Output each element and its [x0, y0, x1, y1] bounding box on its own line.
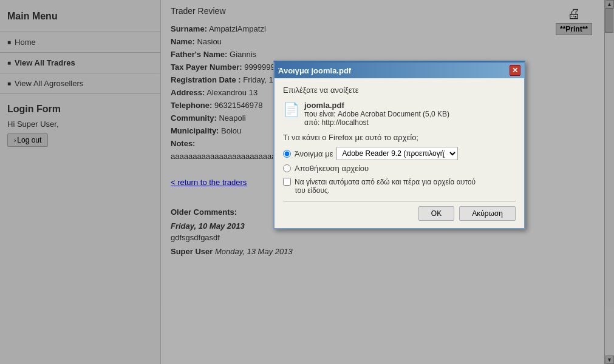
firefox-prompt: Τι να κάνει ο Firefox με αυτό το αρχείο; — [283, 133, 516, 142]
save-file-row: Αποθήκευση αρχείου — [283, 164, 516, 173]
pdf-info-section: 📄 joomla.pdf που είναι: Adobe Acrobat Do… — [283, 101, 516, 127]
open-with-select[interactable]: Adobe Reader 9.2 (προεπιλογή) — [336, 147, 458, 160]
save-file-label: Αποθήκευση αρχείου — [295, 164, 369, 173]
modal-buttons: OK Ακύρωση — [283, 206, 516, 221]
pdf-icon: 📄 — [283, 102, 299, 118]
modal-overlay: Άνοιγμα joomla.pdf ✕ Επιλέξατε να ανοίξε… — [0, 0, 614, 364]
auto-checkbox-row: Να γίνεται αυτόματα από εδώ και πέρα για… — [283, 178, 516, 195]
open-with-radio[interactable] — [283, 150, 291, 158]
auto-checkbox[interactable] — [283, 178, 291, 186]
auto-checkbox-label: Να γίνεται αυτόματα από εδώ και πέρα για… — [295, 178, 483, 195]
open-with-label: Άνοιγμα με — [295, 149, 333, 158]
open-with-row: Άνοιγμα με Adobe Reader 9.2 (προεπιλογή) — [283, 147, 516, 160]
cancel-button[interactable]: Ακύρωση — [459, 206, 516, 221]
pdf-from-label: από: — [304, 118, 319, 127]
pdf-details: joomla.pdf που είναι: Adobe Acrobat Docu… — [304, 101, 449, 127]
modal-titlebar: Άνοιγμα joomla.pdf ✕ — [275, 62, 524, 78]
pdf-source-label: που είναι: — [304, 110, 336, 118]
modal-title: Άνοιγμα joomla.pdf — [278, 66, 351, 75]
pdf-from-row: από: http://localhost — [304, 118, 449, 127]
open-file-dialog: Άνοιγμα joomla.pdf ✕ Επιλέξατε να ανοίξε… — [273, 61, 525, 229]
ok-button[interactable]: OK — [418, 206, 454, 221]
pdf-filename: joomla.pdf — [304, 101, 449, 110]
modal-divider — [283, 201, 516, 201]
pdf-type-row: που είναι: Adobe Acrobat Document (5,0 K… — [304, 110, 449, 118]
save-file-radio[interactable] — [283, 164, 291, 172]
pdf-source-url: http://localhost — [322, 118, 369, 127]
pdf-type: Adobe Acrobat Document (5,0 KB) — [338, 110, 449, 118]
radio-group: Άνοιγμα με Adobe Reader 9.2 (προεπιλογή)… — [283, 147, 516, 173]
modal-close-button[interactable]: ✕ — [510, 65, 520, 76]
modal-body: Επιλέξατε να ανοίξετε 📄 joomla.pdf που ε… — [275, 78, 524, 228]
modal-prompt-text: Επιλέξατε να ανοίξετε — [283, 86, 516, 95]
